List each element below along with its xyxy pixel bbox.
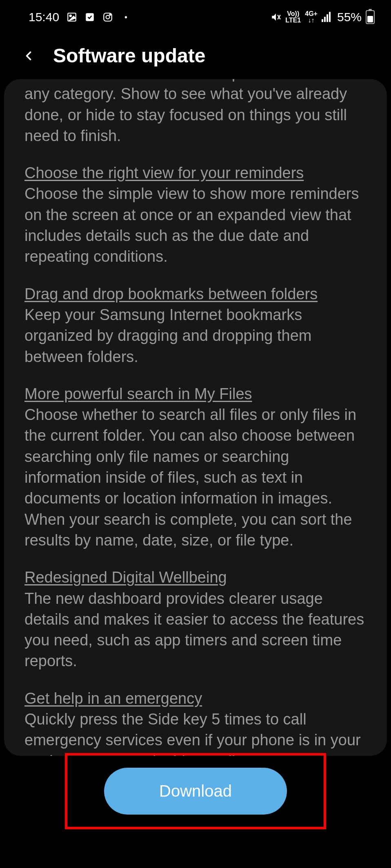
network-4g: 4G+ ↓↑ (305, 11, 318, 24)
signal-icon (322, 12, 331, 22)
back-button[interactable] (20, 48, 37, 64)
mute-icon (271, 12, 281, 22)
download-area: Download (0, 745, 391, 837)
section-heading: Choose the right view for your reminders (24, 163, 367, 183)
svg-point-1 (70, 15, 71, 17)
content-scroll: You can show or hide the completed remin… (24, 79, 367, 756)
arrows-icon: ↓↑ (308, 17, 315, 24)
dot-icon: • (124, 13, 127, 22)
section-body: Keep your Samsung Internet bookmarks org… (24, 305, 367, 367)
network-volte: Vo)) LTE1 (285, 11, 301, 24)
battery-percent: 55% (337, 10, 362, 24)
section-body: The new dashboard provides clearer usage… (24, 588, 367, 672)
partial-section: You can show or hide the completed remin… (24, 79, 367, 146)
status-bar: 15:40 • Vo)) LTE1 4G+ ↓↑ 55% (0, 0, 391, 30)
section-heading: More powerful search in My Files (24, 384, 367, 404)
download-highlight: Download (65, 753, 326, 829)
checkbox-icon (84, 12, 95, 22)
section-heading: Drag and drop bookmarks between folders (24, 284, 367, 305)
section-myfiles: More powerful search in My Files Choose … (24, 384, 367, 551)
back-arrow-icon (21, 49, 36, 63)
instagram-icon (102, 12, 113, 22)
content-container[interactable]: You can show or hide the completed remin… (4, 79, 387, 756)
svg-point-4 (106, 15, 110, 19)
gallery-icon (67, 12, 77, 22)
section-wellbeing: Redesigned Digital Wellbeing The new das… (24, 567, 367, 671)
section-body: Choose whether to search all files or on… (24, 404, 367, 551)
status-right: Vo)) LTE1 4G+ ↓↑ 55% (271, 10, 375, 24)
download-button[interactable]: Download (104, 768, 287, 815)
section-bookmarks: Drag and drop bookmarks between folders … (24, 284, 367, 367)
section-reminders-view: Choose the right view for your reminders… (24, 163, 367, 267)
battery-icon (366, 10, 375, 24)
section-heading: Redesigned Digital Wellbeing (24, 567, 367, 588)
section-heading: Get help in an emergency (24, 688, 367, 709)
section-body: Choose the simple view to show more remi… (24, 183, 367, 267)
svg-point-5 (109, 14, 111, 15)
header: Software update (0, 30, 391, 79)
status-time: 15:40 (29, 10, 59, 24)
status-left: 15:40 • (29, 10, 127, 24)
page-title: Software update (53, 44, 205, 67)
partial-text: You can show or hide the completed remin… (24, 79, 367, 146)
